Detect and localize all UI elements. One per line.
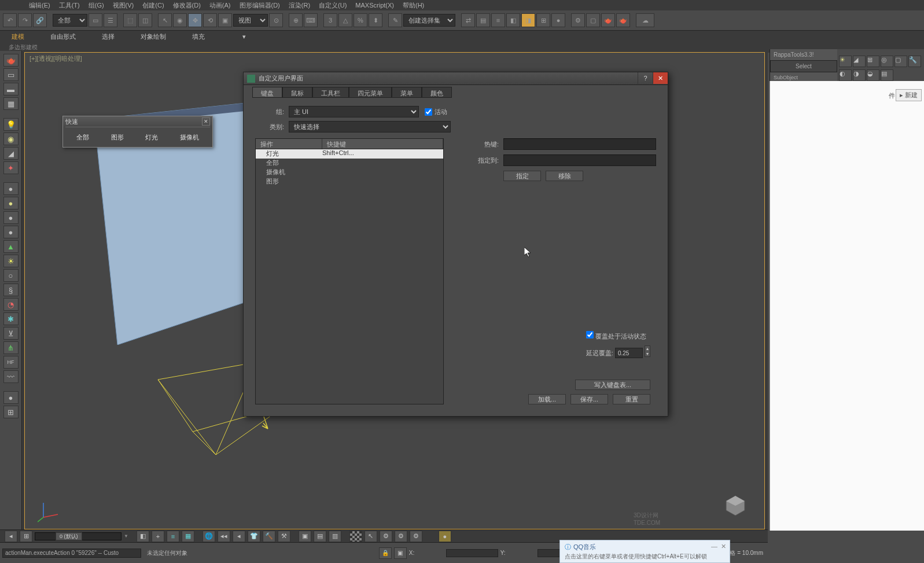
rp-icon-2[interactable]: ◢ — [853, 56, 866, 67]
redo-icon[interactable]: ↷ — [18, 13, 32, 27]
snap-icon[interactable]: 3 — [323, 13, 337, 27]
paint-select-icon[interactable]: ◉ — [173, 13, 187, 27]
sun-icon[interactable]: ☀ — [3, 255, 19, 267]
rp-icon-7[interactable]: ◐ — [839, 69, 852, 81]
tl-ax-icon[interactable]: ⚒ — [278, 531, 290, 542]
tl-dope-icon[interactable]: ▤ — [314, 531, 326, 542]
menu-modifiers[interactable]: 修改器(D) — [173, 1, 201, 10]
spot-icon[interactable]: ◢ — [3, 147, 19, 160]
menu-create[interactable]: 创建(C) — [142, 1, 164, 10]
tl-isolate-icon[interactable]: ◧ — [137, 531, 149, 542]
render-prod-icon[interactable]: 🫖 — [601, 13, 615, 27]
calc-icon[interactable]: ⊞ — [3, 406, 19, 418]
tl-check-icon[interactable] — [349, 531, 362, 542]
move-icon[interactable]: ✥ — [188, 13, 202, 27]
ribbon-tab-modeling[interactable]: 建模 — [12, 32, 24, 41]
delay-spinner[interactable]: 0.25 — [615, 348, 643, 358]
render-frame-icon[interactable]: ▢ — [586, 13, 600, 27]
list-row-cameras[interactable]: 摄像机 — [256, 168, 443, 177]
tab-keyboard[interactable]: 键盘 — [252, 87, 282, 98]
rp-icon-8[interactable]: ◑ — [853, 69, 866, 81]
sphere3-icon[interactable]: ● — [3, 211, 19, 224]
grid-icon[interactable]: ▦ — [3, 97, 19, 110]
hotkey-input[interactable] — [503, 138, 656, 150]
menu-views[interactable]: 视图(V) — [113, 1, 134, 10]
qq-close-icon[interactable]: ✕ — [721, 543, 726, 550]
rp-icon-6[interactable]: 🔧 — [908, 56, 921, 67]
helix-icon[interactable]: § — [3, 284, 19, 296]
edit-named-sel-icon[interactable]: ✎ — [388, 13, 402, 27]
list-row-shapes[interactable]: 图形 — [256, 177, 443, 186]
ribbon-tab-select[interactable]: 选择 — [102, 32, 115, 41]
box-icon[interactable]: ▭ — [3, 68, 19, 81]
select-name-icon[interactable]: ☰ — [104, 13, 117, 27]
tab-toolbars[interactable]: 工具栏 — [312, 87, 349, 98]
select-icon[interactable]: ▭ — [89, 13, 102, 27]
assignto-input[interactable] — [503, 154, 656, 166]
qq-music-notification[interactable]: ⓘ QQ音乐 — ✕ 点击这里的右键菜单或者使用快捷键Ctrl+Alt+E可以解… — [559, 540, 730, 563]
align-icon[interactable]: ▤ — [476, 13, 490, 27]
tl-sel-lock-icon[interactable]: ▦ — [182, 531, 194, 542]
ribbon-tab-freeform[interactable]: 自由形式 — [50, 32, 76, 41]
menu-maxscript[interactable]: MAXScript(X) — [355, 2, 394, 9]
mirror-icon[interactable]: ⇄ — [461, 13, 475, 27]
figure-icon[interactable]: ✱ — [3, 312, 19, 325]
schematic-icon[interactable]: ⊞ — [536, 13, 550, 27]
percent-snap-icon[interactable]: % — [354, 13, 367, 27]
ref-coord-dropdown[interactable]: 视图 — [233, 14, 268, 27]
grass-icon[interactable]: ⋔ — [3, 341, 19, 354]
teapot-icon[interactable]: 🫖 — [3, 54, 19, 67]
sphere1-icon[interactable]: ● — [3, 182, 19, 195]
load-button[interactable]: 加载... — [528, 394, 566, 404]
tl-key-icon[interactable]: ◂◂ — [218, 531, 230, 542]
tl-gear3-icon[interactable]: ⚙ — [410, 531, 422, 542]
action-list[interactable]: 操作 快捷键 灯光Shift+Ctrl... 全部 摄像机 图形 — [255, 138, 444, 404]
tl-arrow-icon[interactable]: ↖ — [365, 531, 377, 542]
tree-icon[interactable]: ⊻ — [3, 327, 19, 340]
spinner-snap-icon[interactable]: ⬍ — [369, 13, 382, 27]
tl-lock-icon[interactable]: ● — [439, 531, 451, 542]
lock-selection-icon[interactable]: 🔒 — [379, 547, 392, 559]
tl-scene-icon[interactable]: ▣ — [299, 531, 311, 542]
rp-icon-4[interactable]: ◎ — [881, 56, 893, 67]
select-button[interactable]: Select — [770, 60, 837, 72]
remove-button[interactable]: 移除 — [546, 171, 583, 181]
viewcube-icon[interactable] — [712, 483, 759, 529]
x-input[interactable] — [446, 549, 498, 557]
select-region-icon[interactable]: ⬚ — [123, 13, 137, 27]
dialog-help-icon[interactable]: ? — [638, 72, 653, 84]
circle-icon[interactable]: ○ — [3, 269, 19, 282]
tab-mouse[interactable]: 鼠标 — [282, 87, 312, 98]
floor-icon[interactable]: ◔ — [3, 298, 19, 311]
selection-filter-dropdown[interactable]: 全部 — [53, 14, 87, 27]
menu-edit[interactable]: 编辑(E) — [29, 1, 50, 10]
hf-icon[interactable]: HF — [3, 356, 19, 369]
dialog-titlebar[interactable]: 自定义用户界面 ? ✕ — [244, 72, 668, 85]
write-keyboard-button[interactable]: 写入键盘表... — [575, 380, 650, 390]
pivot-icon[interactable]: ⊙ — [269, 13, 283, 27]
menu-help[interactable]: 帮助(H) — [403, 1, 424, 10]
render-icon[interactable]: 🫖 — [616, 13, 630, 27]
tl-world-icon[interactable]: 🌐 — [203, 531, 215, 542]
render-setup-icon[interactable]: ⚙ — [571, 13, 585, 27]
ribbon-tab-paint[interactable]: 对象绘制 — [141, 32, 166, 41]
tab-colors[interactable]: 颜色 — [422, 87, 452, 98]
assign-button[interactable]: 指定 — [503, 171, 541, 181]
quick-toolbar-close-icon[interactable]: ✕ — [202, 117, 210, 126]
select-object-icon[interactable]: ↖ — [158, 13, 172, 27]
new-button[interactable]: ▸ 新建 — [896, 89, 922, 101]
tl-gear1-icon[interactable]: ⚙ — [380, 531, 392, 542]
rotate-icon[interactable]: ⟲ — [203, 13, 217, 27]
rp-icon-9[interactable]: ◒ — [867, 69, 879, 81]
reset-button[interactable]: 重置 — [613, 394, 650, 404]
quick-all-button[interactable]: 全部 — [71, 130, 95, 145]
cone-icon[interactable]: ▲ — [3, 240, 19, 253]
quick-lights-button[interactable]: 灯光 — [139, 130, 164, 145]
tl-hammer-icon[interactable]: 🔨 — [263, 531, 275, 542]
tl-gear2-icon[interactable]: ⚙ — [395, 531, 407, 542]
dialog-close-icon[interactable]: ✕ — [653, 72, 668, 84]
angle-snap-icon[interactable]: △ — [338, 13, 352, 27]
plane-icon[interactable]: ▬ — [3, 83, 19, 95]
qq-minimize-icon[interactable]: — — [711, 543, 717, 550]
ball-icon[interactable]: ● — [3, 391, 19, 404]
